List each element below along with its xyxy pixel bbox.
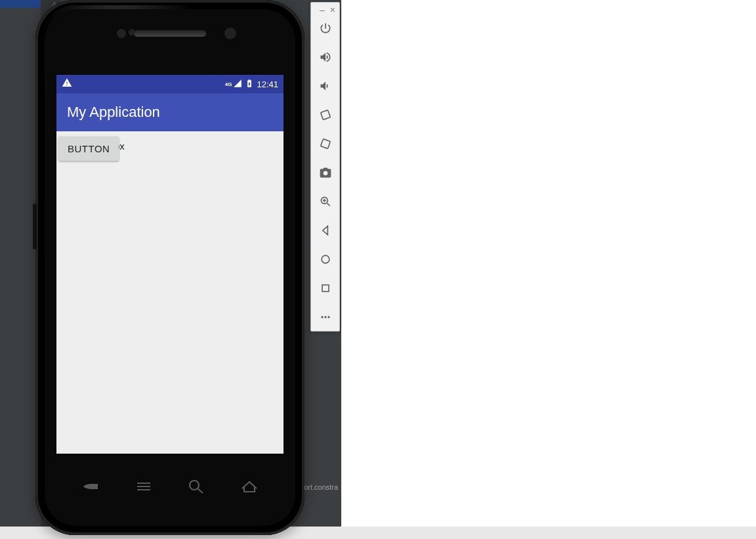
emulator-control-panel: – × (310, 2, 340, 332)
warning-icon (62, 77, 72, 91)
battery-charging-icon (245, 79, 254, 90)
clock-label: 12:41 (257, 79, 278, 89)
svg-line-8 (327, 204, 329, 206)
app-title: My Application (67, 104, 160, 121)
svg-point-3 (190, 481, 199, 490)
device-screen[interactable]: 4G 12:41 My Application ox BUTTON (56, 75, 284, 454)
device-inner: 4G 12:41 My Application ox BUTTON (45, 9, 295, 526)
emulator-titlebar: – × (311, 3, 339, 17)
back-soft-button[interactable] (79, 477, 102, 499)
android-app-bar: My Application (56, 93, 284, 131)
signal-icon (233, 79, 242, 90)
svg-rect-12 (322, 285, 329, 291)
zoom-button[interactable] (318, 194, 333, 209)
app-content-area[interactable]: ox BUTTON (56, 131, 284, 454)
android-soft-nav (45, 472, 295, 504)
device-sensor (117, 29, 126, 38)
rotate-left-button[interactable] (318, 108, 333, 122)
volume-up-button[interactable] (318, 50, 333, 64)
svg-point-13 (321, 316, 323, 318)
android-status-bar: 4G 12:41 (56, 75, 284, 93)
svg-rect-6 (320, 139, 330, 149)
back-nav-button[interactable] (318, 223, 333, 238)
screenshot-button[interactable] (318, 165, 333, 180)
more-options-button[interactable] (318, 310, 333, 324)
emulator-device-frame: 4G 12:41 My Application ox BUTTON (35, 0, 304, 535)
device-front-camera (224, 28, 236, 39)
home-soft-button[interactable] (238, 477, 261, 499)
device-sensor (129, 29, 135, 35)
ide-selected-line (0, 0, 41, 8)
power-button[interactable] (318, 21, 333, 35)
minimize-button[interactable]: – (320, 5, 325, 14)
button-widget[interactable]: BUTTON (58, 137, 119, 161)
home-nav-button[interactable] (318, 252, 333, 267)
rotate-right-button[interactable] (318, 137, 333, 151)
close-button[interactable]: × (330, 5, 335, 14)
device-earpiece (134, 30, 206, 37)
svg-line-4 (198, 488, 203, 493)
svg-point-11 (322, 255, 329, 263)
search-soft-button[interactable] (185, 477, 207, 499)
svg-point-14 (324, 316, 326, 318)
menu-soft-button[interactable] (133, 477, 155, 499)
svg-point-15 (327, 316, 329, 318)
device-side-button (33, 204, 37, 249)
volume-down-button[interactable] (318, 79, 333, 93)
network-type-label: 4G (225, 81, 232, 87)
overview-nav-button[interactable] (318, 281, 333, 295)
svg-rect-5 (320, 110, 330, 120)
